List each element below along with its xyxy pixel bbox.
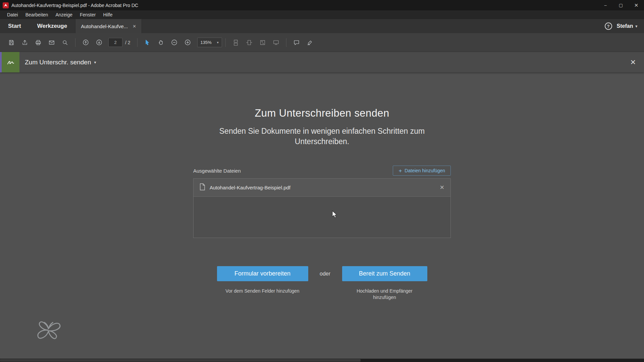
chevron-down-icon: ▾ — [94, 60, 96, 65]
scrollbar-thumb[interactable] — [0, 359, 361, 362]
plus-icon: + — [398, 168, 402, 174]
select-tool-icon[interactable] — [141, 37, 154, 49]
butterfly-watermark-icon — [33, 317, 64, 345]
main-panel: Zum Unterschreiben senden Senden Sie Dok… — [0, 72, 644, 359]
toolbar: / 2 135% ▾ — [0, 33, 644, 52]
tab-werkzeuge[interactable]: Werkzeuge — [29, 19, 75, 33]
toolbar-separator — [75, 38, 75, 47]
or-label: oder — [318, 271, 333, 277]
close-document-icon[interactable]: ✕ — [132, 24, 136, 29]
pdf-file-icon — [200, 183, 205, 192]
send-for-signature-icon — [0, 52, 19, 72]
menu-anzeige[interactable]: Anzeige — [52, 10, 76, 19]
file-list-item[interactable]: Autohandel-Kaufvertrag-Beispiel.pdf ✕ — [194, 179, 450, 197]
previous-page-icon[interactable] — [79, 37, 92, 49]
menu-bar: Datei Bearbeiten Anzeige Fenster Hilfe — [0, 10, 644, 19]
caption-spacer — [318, 288, 333, 301]
search-icon[interactable] — [58, 37, 72, 49]
title-bar: Autohandel-Kaufvertrag-Beispiel.pdf - Ad… — [0, 0, 644, 10]
chevron-down-icon: ▾ — [217, 41, 219, 44]
zoom-level-value: 135% — [201, 40, 212, 45]
highlighter-icon[interactable] — [303, 37, 317, 49]
window-controls: – ▢ ✕ — [598, 0, 644, 10]
user-menu[interactable]: Stefan ▾ — [617, 23, 637, 29]
tool-title-label: Zum Unterschr. senden — [25, 59, 91, 66]
add-files-label: Dateien hinzufügen — [405, 168, 445, 173]
selected-files-list: Autohandel-Kaufvertrag-Beispiel.pdf ✕ — [193, 178, 451, 238]
fit-page-icon[interactable] — [256, 37, 269, 49]
close-window-button[interactable]: ✕ — [629, 0, 644, 10]
help-icon[interactable]: ? — [605, 22, 612, 30]
tabbar-right-section: ? Stefan ▾ — [605, 19, 644, 33]
reading-mode-icon[interactable] — [269, 37, 283, 49]
zoom-level-dropdown[interactable]: 135% ▾ — [197, 38, 222, 47]
ready-to-send-caption-text: Hochladen und Empfänger hinzufügen — [355, 288, 414, 301]
close-tool-icon[interactable]: ✕ — [630, 58, 636, 66]
scrolling-mode-icon[interactable] — [229, 37, 243, 49]
menu-fenster[interactable]: Fenster — [76, 10, 99, 19]
hand-tool-icon[interactable] — [154, 37, 168, 49]
zoom-in-icon[interactable] — [181, 37, 195, 49]
selected-files-label: Ausgewählte Dateien — [193, 168, 241, 176]
save-icon[interactable] — [5, 37, 18, 49]
toolbar-separator — [286, 38, 286, 47]
page-subtitle: Senden Sie Dokumente in wenigen einfache… — [211, 126, 433, 147]
ready-to-send-button[interactable]: Bereit zum Senden — [342, 266, 427, 281]
add-files-button[interactable]: + Dateien hinzufügen — [393, 166, 451, 176]
tab-start[interactable]: Start — [0, 19, 29, 33]
user-name: Stefan — [617, 23, 633, 29]
window-title: Autohandel-Kaufvertrag-Beispiel.pdf - Ad… — [11, 3, 138, 8]
toolbar-separator — [137, 38, 138, 47]
chevron-down-icon: ▾ — [635, 24, 637, 28]
share-upload-icon[interactable] — [18, 37, 32, 49]
toolbar-separator — [225, 38, 226, 47]
menu-bearbeiten[interactable]: Bearbeiten — [22, 10, 52, 19]
ready-to-send-caption: Hochladen und Empfänger hinzufügen — [342, 288, 427, 301]
page-total-label: / 2 — [125, 40, 130, 45]
document-tab-label: Autohandel-Kaufve... — [81, 23, 128, 29]
maximize-button[interactable]: ▢ — [613, 0, 629, 10]
acrobat-app-icon — [3, 2, 9, 8]
minimize-button[interactable]: – — [598, 0, 613, 10]
comment-icon[interactable] — [290, 37, 303, 49]
file-name: Autohandel-Kaufvertrag-Beispiel.pdf — [210, 185, 290, 190]
remove-file-icon[interactable]: ✕ — [440, 184, 444, 191]
horizontal-scrollbar[interactable] — [0, 359, 644, 362]
tool-title-dropdown[interactable]: Zum Unterschr. senden ▾ — [25, 59, 96, 66]
prepare-form-caption: Vor dem Senden Felder hinzufügen — [217, 288, 308, 301]
menu-datei[interactable]: Datei — [3, 10, 22, 19]
tab-document[interactable]: Autohandel-Kaufve... ✕ — [75, 19, 142, 33]
page-number-input[interactable] — [108, 38, 122, 47]
prepare-form-button[interactable]: Formular vorbereiten — [217, 266, 308, 281]
next-page-icon[interactable] — [92, 37, 106, 49]
tool-header: Zum Unterschr. senden ▾ ✕ — [0, 52, 644, 72]
acrobat-window: Autohandel-Kaufvertrag-Beispiel.pdf - Ad… — [0, 0, 644, 362]
tab-bar: Start Werkzeuge Autohandel-Kaufve... ✕ ?… — [0, 19, 644, 33]
menu-hilfe[interactable]: Hilfe — [99, 10, 116, 19]
email-icon[interactable] — [45, 37, 58, 49]
print-icon[interactable] — [32, 37, 45, 49]
zoom-out-icon[interactable] — [168, 37, 181, 49]
page-title: Zum Unterschreiben senden — [193, 107, 451, 119]
fit-width-icon[interactable] — [243, 37, 256, 49]
